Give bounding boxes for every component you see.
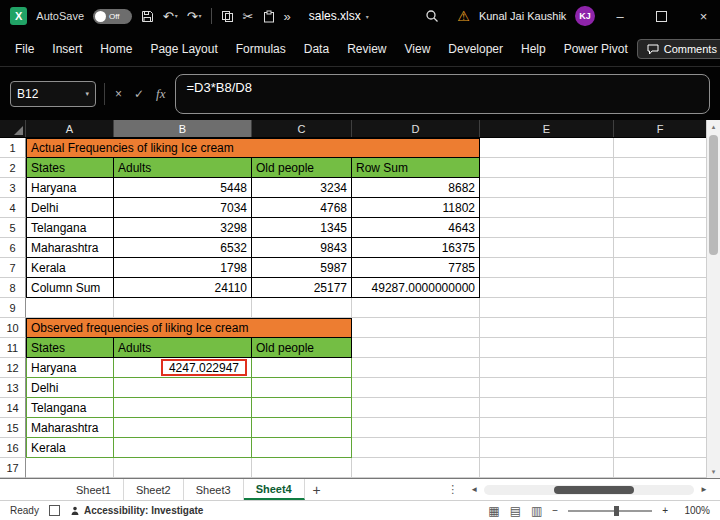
cell[interactable]: [352, 378, 480, 398]
cell-B13[interactable]: [114, 378, 252, 398]
cell-A4[interactable]: Delhi: [26, 198, 114, 218]
column-header-C[interactable]: C: [252, 120, 352, 137]
paste-icon[interactable]: [263, 10, 275, 23]
cell[interactable]: [614, 178, 706, 198]
column-header-B[interactable]: B: [114, 120, 252, 137]
cell[interactable]: [26, 298, 114, 318]
cell-B7[interactable]: 1798: [114, 258, 252, 278]
cell[interactable]: [614, 218, 706, 238]
row-header-9[interactable]: 9: [0, 298, 26, 318]
maximize-button[interactable]: [645, 0, 678, 32]
cell-C13[interactable]: [252, 378, 352, 398]
zoom-slider-thumb[interactable]: [614, 506, 619, 516]
zoom-in-icon[interactable]: +: [662, 505, 668, 516]
cell[interactable]: [352, 458, 480, 478]
cell-C6[interactable]: 9843: [252, 238, 352, 258]
cell-D5[interactable]: 4643: [352, 218, 480, 238]
cell[interactable]: [480, 278, 614, 298]
copy-icon[interactable]: [221, 10, 234, 23]
cell-C7[interactable]: 5987: [252, 258, 352, 278]
comments-button[interactable]: Comments: [637, 39, 720, 59]
cell-B16[interactable]: [114, 438, 252, 458]
cell-A14[interactable]: Telangana: [26, 398, 114, 418]
cell[interactable]: [614, 378, 706, 398]
scroll-up-icon[interactable]: ▴: [712, 120, 716, 133]
cell[interactable]: [480, 198, 614, 218]
cell-C14[interactable]: [252, 398, 352, 418]
page-layout-view-icon[interactable]: ▤: [510, 504, 521, 518]
cell-B8[interactable]: 24110: [114, 278, 252, 298]
cell[interactable]: [614, 258, 706, 278]
autosave-toggle[interactable]: Off: [93, 9, 132, 24]
tab-developer[interactable]: Developer: [439, 32, 512, 66]
cell-D6[interactable]: 16375: [352, 238, 480, 258]
cell-D8[interactable]: 49287.0000000000: [352, 278, 480, 298]
cell-C8[interactable]: 25177: [252, 278, 352, 298]
cell[interactable]: [114, 458, 252, 478]
cell-A13[interactable]: Delhi: [26, 378, 114, 398]
redo-icon[interactable]: ↷▾: [187, 10, 202, 23]
row-header-1[interactable]: 1: [0, 138, 26, 158]
cell[interactable]: [352, 338, 480, 358]
cell[interactable]: [252, 458, 352, 478]
more-commands-icon[interactable]: »: [284, 10, 291, 23]
cell-A11[interactable]: States: [26, 338, 114, 358]
cell[interactable]: [614, 158, 706, 178]
cell-C4[interactable]: 4768: [252, 198, 352, 218]
sheet-tab-sheet2[interactable]: Sheet2: [124, 479, 184, 500]
cell[interactable]: [26, 458, 114, 478]
sheet-tab-sheet1[interactable]: Sheet1: [64, 479, 124, 500]
row-header-2[interactable]: 2: [0, 158, 26, 178]
row-header-11[interactable]: 11: [0, 338, 26, 358]
cell[interactable]: [480, 158, 614, 178]
tab-data[interactable]: Data: [295, 32, 338, 66]
cell-B2[interactable]: Adults: [114, 158, 252, 178]
cell[interactable]: [480, 258, 614, 278]
cell-D3[interactable]: 8682: [352, 178, 480, 198]
cell[interactable]: [480, 178, 614, 198]
cell[interactable]: [352, 398, 480, 418]
tab-insert[interactable]: Insert: [43, 32, 91, 66]
cell-C3[interactable]: 3234: [252, 178, 352, 198]
undo-icon[interactable]: ↶▾: [163, 10, 178, 23]
row-header-10[interactable]: 10: [0, 318, 26, 338]
cell-B14[interactable]: [114, 398, 252, 418]
scroll-down-icon[interactable]: ▾: [712, 465, 716, 478]
row-header-16[interactable]: 16: [0, 438, 26, 458]
cell[interactable]: [614, 298, 706, 318]
cell[interactable]: [352, 318, 480, 338]
cell-A16[interactable]: Kerala: [26, 438, 114, 458]
cell-C16[interactable]: [252, 438, 352, 458]
cell-B15[interactable]: [114, 418, 252, 438]
tab-help[interactable]: Help: [512, 32, 555, 66]
cell-B11[interactable]: Adults: [114, 338, 252, 358]
row-header-13[interactable]: 13: [0, 378, 26, 398]
file-title[interactable]: sales.xlsx ▾: [309, 9, 369, 23]
cell-B12-selected[interactable]: 4247.022947: [114, 358, 252, 378]
cut-icon[interactable]: ✂: [243, 10, 254, 23]
zoom-level[interactable]: 100%: [678, 505, 710, 516]
cell[interactable]: [352, 358, 480, 378]
row-header-6[interactable]: 6: [0, 238, 26, 258]
cell-A10[interactable]: Observed frequencies of liking Ice cream: [26, 318, 352, 338]
cell-A7[interactable]: Kerala: [26, 258, 114, 278]
cell[interactable]: [614, 358, 706, 378]
cell[interactable]: [480, 298, 614, 318]
sheet-tab-sheet3[interactable]: Sheet3: [184, 479, 244, 500]
cell-A6[interactable]: Maharashtra: [26, 238, 114, 258]
cell-C15[interactable]: [252, 418, 352, 438]
cell[interactable]: [480, 138, 614, 158]
sheet-tab-sheet4-active[interactable]: Sheet4: [244, 479, 305, 500]
column-header-F[interactable]: F: [614, 120, 706, 137]
tab-options-icon[interactable]: ⋮: [439, 479, 466, 500]
tab-home[interactable]: Home: [91, 32, 141, 66]
column-header-D[interactable]: D: [352, 120, 480, 137]
cell-C2[interactable]: Old people: [252, 158, 352, 178]
cell[interactable]: [480, 398, 614, 418]
macro-record-icon[interactable]: [49, 505, 60, 516]
zoom-slider[interactable]: [568, 510, 652, 512]
cell[interactable]: [614, 398, 706, 418]
cell[interactable]: [614, 198, 706, 218]
vertical-scrollbar[interactable]: ▴ ▾: [706, 120, 720, 478]
tab-power-pivot[interactable]: Power Pivot: [555, 32, 637, 66]
